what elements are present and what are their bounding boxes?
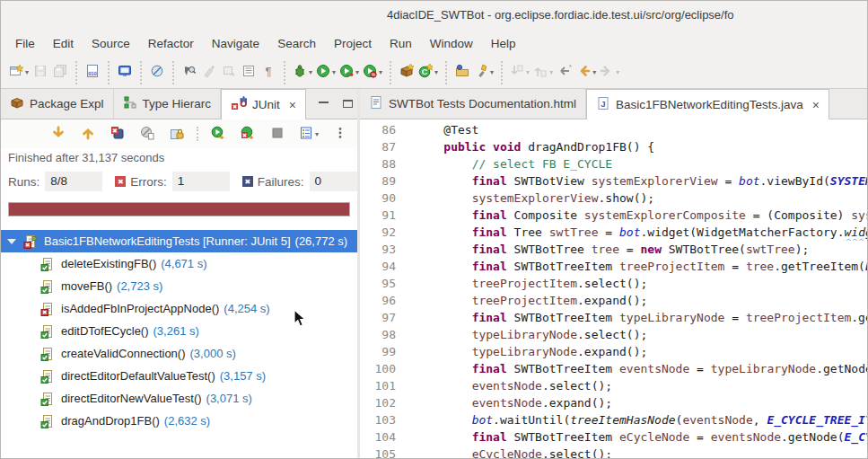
- editor-tab-swtbot-tests-documentation-html[interactable]: SWTBot Tests Documentation.html: [360, 89, 586, 119]
- chevron-down-icon[interactable]: ▾: [331, 68, 336, 76]
- view-menu-button[interactable]: [330, 122, 350, 146]
- titlebar[interactable]: 4diacIDE_SWTBot - org.eclipse.fordiac.id…: [1, 1, 867, 30]
- test-method-row[interactable]: deleteExistingFB()(4,671 s): [1, 252, 357, 275]
- last-edit-location-button[interactable]: *: [555, 61, 574, 84]
- code-text[interactable]: eventsNode.expand();: [396, 394, 867, 411]
- debug-button[interactable]: ▾: [291, 61, 314, 84]
- maximize-icon[interactable]: [343, 100, 353, 108]
- line-number[interactable]: 96: [360, 292, 396, 309]
- line-number[interactable]: 91: [360, 207, 396, 224]
- prev-failure-button[interactable]: [78, 122, 98, 146]
- line-number[interactable]: 103: [360, 411, 396, 428]
- chevron-down-icon[interactable]: ▾: [615, 68, 619, 76]
- test-method-row[interactable]: moveFB()(2,723 s): [1, 275, 357, 297]
- menu-project[interactable]: Project: [325, 32, 381, 55]
- code-text[interactable]: final Composite systemExplorerComposite …: [396, 207, 867, 224]
- test-suite-row[interactable]: ✖Basic1FBNetworkEditingTests [Runner: JU…: [1, 230, 357, 252]
- scroll-lock-button[interactable]: [167, 122, 187, 146]
- search-torch-button[interactable]: ▾: [472, 61, 495, 84]
- line-number[interactable]: 88: [360, 155, 396, 172]
- line-number[interactable]: 86: [360, 121, 396, 138]
- forward-history-button[interactable]: ▾: [598, 61, 621, 84]
- inspect-button[interactable]: [180, 61, 199, 84]
- chevron-down-icon[interactable]: ▾: [592, 68, 596, 76]
- test-method-row[interactable]: directEditorNewValueTest()(3,071 s): [1, 387, 357, 410]
- line-number[interactable]: 93: [360, 241, 396, 258]
- line-number[interactable]: 102: [360, 394, 396, 411]
- profile-button[interactable]: %▾: [361, 61, 384, 84]
- show-whitespace-button[interactable]: ¶: [259, 61, 278, 84]
- close-icon[interactable]: ×: [285, 98, 296, 112]
- line-number[interactable]: 104: [360, 428, 396, 446]
- line-number[interactable]: 89: [360, 172, 396, 190]
- code-text[interactable]: final SWTBotTreeItem typeLibraryNode = t…: [396, 309, 867, 326]
- outline-doc-button[interactable]: [239, 61, 259, 84]
- chevron-down-icon[interactable]: ▾: [434, 68, 438, 76]
- prev-annotation-button[interactable]: ▾: [531, 61, 555, 84]
- link-editor-button[interactable]: [219, 61, 239, 84]
- code-text[interactable]: treeProjectItem.select();: [396, 275, 867, 292]
- chevron-down-icon[interactable]: ▾: [378, 68, 382, 76]
- open-type-button[interactable]: [452, 61, 472, 84]
- line-number[interactable]: 105: [360, 446, 396, 458]
- line-number[interactable]: 98: [360, 326, 396, 343]
- run-button[interactable]: ▾: [314, 61, 338, 84]
- test-method-row[interactable]: editDTofECycle()(3,261 s): [1, 320, 357, 342]
- skipped-only-button[interactable]: [137, 122, 157, 146]
- menu-window[interactable]: Window: [421, 32, 482, 55]
- code-text[interactable]: final SWTBotTreeItem eventsNode = typeLi…: [396, 360, 867, 377]
- menu-navigate[interactable]: Navigate: [203, 32, 268, 55]
- code-text[interactable]: final SWTBotTreeItem eCycleNode = events…: [396, 428, 867, 446]
- next-annotation-button[interactable]: ▾: [508, 61, 531, 84]
- code-text[interactable]: final SWTBotTreeItem treeProjectItem = t…: [396, 258, 867, 275]
- rerun-failed-button[interactable]: ✖: [238, 122, 258, 146]
- line-number[interactable]: 101: [360, 377, 396, 394]
- line-number[interactable]: 97: [360, 309, 396, 326]
- new-package-button[interactable]: [397, 61, 416, 84]
- console-button[interactable]: [115, 61, 135, 84]
- code-text[interactable]: systemExplorerView.show();: [396, 190, 867, 207]
- menu-search[interactable]: Search: [268, 32, 325, 55]
- test-method-row[interactable]: ✖isAddedFbInProjectAppNode()(4,254 s): [1, 297, 357, 320]
- chevron-down-icon[interactable]: ▾: [525, 68, 530, 76]
- chevron-down-icon[interactable]: ▾: [489, 68, 494, 76]
- menu-edit[interactable]: Edit: [44, 32, 83, 55]
- chevron-down-icon[interactable]: ▾: [314, 130, 319, 138]
- line-number[interactable]: 87: [360, 138, 396, 155]
- code-text[interactable]: typeLibraryNode.expand();: [396, 343, 867, 360]
- chevron-down-icon[interactable]: ▾: [308, 68, 312, 76]
- view-tab-junit[interactable]: U✖JUnit×: [221, 89, 306, 119]
- stop-button[interactable]: [267, 122, 287, 146]
- test-method-row[interactable]: dragAndDrop1FB()(2,632 s): [1, 410, 357, 432]
- java-code-editor[interactable]: 86 @Test87 public void dragAndDrop1FB() …: [360, 119, 867, 458]
- rerun-button[interactable]: [208, 122, 228, 146]
- binary-file-button[interactable]: 010: [83, 61, 102, 84]
- menu-refactor[interactable]: Refactor: [139, 32, 203, 55]
- code-text[interactable]: final SWTBotView systemExplorerView = bo…: [396, 172, 867, 190]
- code-text[interactable]: final Tree swtTree = bot.widget(WidgetMa…: [396, 224, 867, 241]
- new-wizard-button[interactable]: ▾: [7, 61, 31, 84]
- close-icon[interactable]: ×: [809, 98, 820, 112]
- chevron-down-icon[interactable]: ▾: [24, 68, 29, 76]
- next-failure-button[interactable]: [48, 122, 68, 146]
- test-method-row[interactable]: createValidConnection()(3,000 s): [1, 342, 357, 365]
- menu-source[interactable]: Source: [83, 32, 139, 55]
- code-text[interactable]: @Test: [396, 121, 867, 138]
- code-text[interactable]: typeLibraryNode.select();: [396, 326, 867, 343]
- chevron-down-icon[interactable]: ▾: [355, 68, 359, 76]
- skip-breakpoints-button[interactable]: [147, 61, 167, 84]
- line-number[interactable]: 100: [360, 360, 396, 377]
- code-text[interactable]: eCycleNode.select();: [396, 446, 867, 458]
- code-text[interactable]: public void dragAndDrop1FB() {: [396, 138, 867, 155]
- expand-arrow-icon[interactable]: [7, 235, 20, 248]
- test-method-row[interactable]: directEditorDefaultValueTest()(3,157 s): [1, 365, 357, 387]
- coverage-button[interactable]: ▾: [338, 61, 361, 84]
- new-class-button[interactable]: C▾: [416, 61, 440, 84]
- save-button[interactable]: [31, 61, 50, 84]
- back-history-button[interactable]: ▾: [574, 61, 598, 84]
- menu-help[interactable]: Help: [482, 32, 525, 55]
- line-number[interactable]: 90: [360, 190, 396, 207]
- view-tab-type-hierarc[interactable]: Type Hierarc: [114, 89, 222, 119]
- code-text[interactable]: treeProjectItem.expand();: [396, 292, 867, 309]
- history-button[interactable]: ▾: [297, 122, 320, 146]
